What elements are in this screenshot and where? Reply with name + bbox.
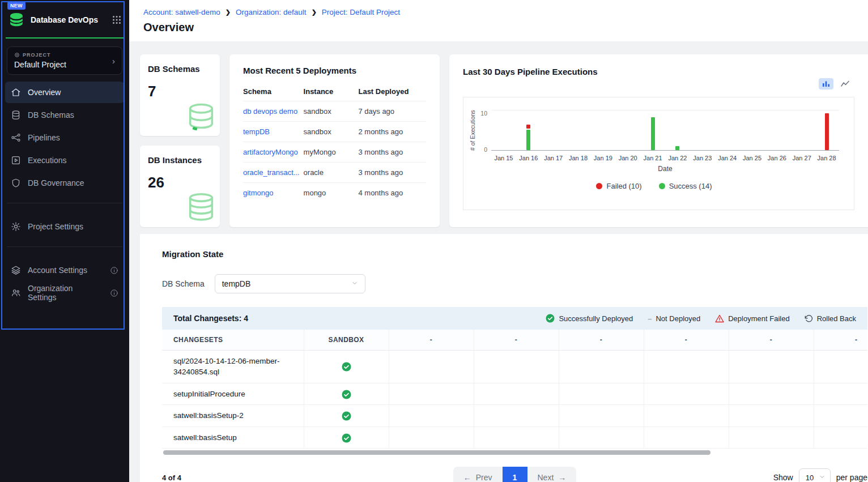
sidebar-item-executions[interactable]: Executions <box>5 150 124 171</box>
breadcrumb-project[interactable]: Project: Default Project <box>322 8 400 16</box>
chart-bar-group <box>764 110 789 150</box>
failed-dot-icon <box>596 183 602 189</box>
last-deployed-cell: 3 months ago <box>358 142 426 163</box>
schema-link[interactable]: gitmongo <box>243 189 273 197</box>
legend-failed[interactable]: Failed (10) <box>596 182 641 190</box>
sidebar-item-account-settings[interactable]: Account Settings <box>5 259 124 281</box>
page-number-button[interactable]: 1 <box>503 467 527 482</box>
line-chart-toggle[interactable] <box>837 78 852 89</box>
per-page-value: 10 <box>806 474 814 482</box>
next-label: Next <box>538 473 554 482</box>
failed-bar <box>825 113 829 150</box>
table-row: artifactoryMongo myMongo 3 months ago <box>243 142 426 163</box>
sidebar-item-project-settings[interactable]: Project Settings <box>5 216 124 237</box>
app-title: Database DevOps <box>31 15 107 24</box>
last-deployed-cell: 7 days ago <box>358 101 426 122</box>
pipeline-executions-card: Last 30 Days Pipeline Executions # of Ex… <box>449 54 868 227</box>
x-tick-label: Jan 25 <box>740 155 765 161</box>
changesets-header-bar: Total Changesets: 4 Successfully Deploye… <box>162 307 867 330</box>
schema-link[interactable]: db devops demo <box>243 107 297 116</box>
sidebar-item-overview[interactable]: Overview <box>5 82 124 103</box>
x-tick-label: Jan 19 <box>590 155 615 161</box>
next-page-button[interactable]: Next → <box>527 467 577 482</box>
breadcrumb-separator-icon: ❯ <box>225 8 231 16</box>
col-header-empty: - <box>644 330 729 350</box>
col-header-changesets: CHANGESETS <box>162 330 304 350</box>
changeset-name: sql/2024-10-14-12-06-member-34240854.sql <box>162 350 304 383</box>
schema-link[interactable]: artifactoryMongo <box>243 148 298 156</box>
last-deployed-cell: 3 months ago <box>358 163 426 183</box>
scrollbar-thumb[interactable] <box>163 450 710 455</box>
y-axis-ticks: 10 0 <box>476 110 491 153</box>
x-tick-label: Jan 16 <box>516 155 541 161</box>
db-schema-select[interactable]: tempDB <box>215 274 365 293</box>
success-bar <box>526 130 530 150</box>
legend-success[interactable]: Success (14) <box>659 182 712 190</box>
chart-bar-group <box>516 110 541 150</box>
sidebar-item-label: DB Governance <box>28 178 84 187</box>
page-header: Account: satwell-demo ❯ Organization: de… <box>129 0 868 41</box>
legend-label: Deployment Failed <box>728 314 789 323</box>
sidebar-item-label: Executions <box>28 156 66 165</box>
info-icon[interactable] <box>110 289 118 297</box>
col-header-empty: - <box>559 330 644 350</box>
db-instances-card: DB Instances 26 <box>140 146 220 227</box>
x-tick-label: Jan 17 <box>541 155 566 161</box>
col-header-schema: Schema <box>243 82 304 101</box>
breadcrumb-organization[interactable]: Organization: default <box>236 8 307 16</box>
sidebar-item-label: Overview <box>28 88 61 97</box>
changesets-table: CHANGESETS SANDBOX - - - - - - <box>162 330 867 449</box>
sidebar-item-db-schemas[interactable]: DB Schemas <box>5 104 124 126</box>
sidebar-nav-secondary: Project Settings <box>0 212 129 237</box>
sidebar-item-pipelines[interactable]: Pipelines <box>5 127 124 148</box>
last-deployed-cell: 2 months ago <box>358 122 426 142</box>
changeset-name: satwell:basisSetup-2 <box>162 405 304 427</box>
project-selector[interactable]: PROJECT Default Project › <box>7 46 122 75</box>
x-tick-label: Jan 21 <box>640 155 665 161</box>
legend-label: Success (14) <box>669 182 712 190</box>
x-axis-title: Date <box>491 165 839 173</box>
col-header-last-deployed: Last Deployed <box>358 82 426 101</box>
prev-page-button[interactable]: ← Prev <box>453 467 503 482</box>
success-icon <box>342 361 351 371</box>
play-box-icon <box>11 155 21 165</box>
breadcrumb-account[interactable]: Account: satwell-demo <box>143 8 220 16</box>
sidebar-item-organization-settings[interactable]: Organization Settings <box>5 282 124 304</box>
schema-link[interactable]: oracle_transact... <box>243 168 300 177</box>
warning-triangle-icon <box>715 314 724 323</box>
schema-link[interactable]: tempDB <box>243 127 270 136</box>
sidebar-divider <box>7 246 122 247</box>
col-header-sandbox: SANDBOX <box>304 330 389 350</box>
db-schemas-card: DB Schemas 7 <box>140 54 220 136</box>
info-icon[interactable] <box>110 266 118 275</box>
card-title: Most Recent 5 Deployments <box>243 66 426 75</box>
bar-chart-toggle[interactable] <box>819 78 833 89</box>
legend-label: Successfully Deployed <box>559 314 633 323</box>
table-row: tempDB sandbox 2 months ago <box>243 122 426 142</box>
content: DB Schemas 7 DB Instances 26 Most Recent… <box>129 41 868 482</box>
changeset-row: satwell:basisSetup <box>162 426 867 449</box>
changeset-name: satwell:basisSetup <box>162 426 304 449</box>
shield-icon <box>11 178 21 188</box>
db-schema-value: tempDB <box>222 279 251 288</box>
col-header-empty: - <box>814 330 867 350</box>
chart-bar-group <box>566 110 591 150</box>
sidebar-item-label: DB Schemas <box>28 110 74 120</box>
arrow-right-icon: → <box>558 473 566 482</box>
users-icon <box>11 288 21 298</box>
per-page-select[interactable]: 10 <box>799 468 831 482</box>
x-tick-label: Jan 24 <box>715 155 740 161</box>
legend-label: Failed (10) <box>606 182 641 190</box>
changesets-section: Total Changesets: 4 Successfully Deploye… <box>162 307 867 482</box>
sidebar-item-db-governance[interactable]: DB Governance <box>5 172 124 194</box>
apps-grid-icon[interactable] <box>112 15 121 24</box>
legend-not-deployed: – Not Deployed <box>648 314 700 323</box>
success-bar <box>675 146 679 150</box>
chart-bar-group <box>590 110 615 150</box>
x-tick-label: Jan 20 <box>615 155 640 161</box>
changeset-row: setupInitialProcedure <box>162 383 867 405</box>
table-row: oracle_transact... oracle 3 months ago <box>243 163 426 183</box>
stat-title: DB Schemas <box>148 64 212 74</box>
chevron-right-icon: › <box>112 56 115 66</box>
x-tick-label: Jan 22 <box>665 155 690 161</box>
